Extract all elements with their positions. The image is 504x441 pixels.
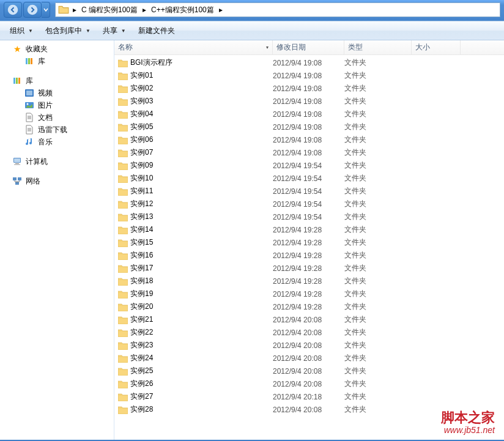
folder-icon	[118, 59, 128, 67]
sidebar-label: 文档	[38, 113, 53, 123]
forward-button[interactable]	[23, 2, 42, 18]
file-row[interactable]: 实例212012/9/4 20:08文件夹	[114, 313, 504, 326]
file-row[interactable]: 实例122012/9/4 19:54文件夹	[114, 198, 504, 210]
file-name: 实例24	[130, 353, 153, 363]
file-row[interactable]: 实例142012/9/4 19:28文件夹	[114, 223, 504, 236]
sidebar-item-video[interactable]: 视频	[0, 87, 114, 99]
breadcrumb-chevron[interactable]: ▸	[217, 6, 225, 14]
sidebar-item-documents[interactable]: 文档	[0, 111, 114, 124]
new-folder-button[interactable]: 新建文件夹	[133, 23, 180, 39]
file-type-cell: 文件夹	[344, 327, 412, 338]
file-row[interactable]: 实例282012/9/4 20:08文件夹	[114, 403, 504, 416]
sidebar-item-thunder[interactable]: 迅雷下载	[0, 124, 114, 136]
file-name-cell: 实例19	[118, 289, 273, 299]
address-bar[interactable]: ▸ C 编程实例100篇 ▸ C++编程实例100篇 ▸	[55, 2, 500, 17]
sidebar-item-library[interactable]: 库	[0, 75, 114, 87]
sidebar-label: 收藏夹	[26, 44, 48, 54]
folder-icon	[118, 380, 128, 388]
column-header-size[interactable]: 大小	[412, 40, 461, 54]
file-name: 实例20	[130, 302, 153, 312]
file-row[interactable]: 实例252012/9/4 20:08文件夹	[114, 365, 504, 377]
file-row[interactable]: 实例182012/9/4 19:28文件夹	[114, 275, 504, 287]
file-row[interactable]: 实例062012/9/4 19:08文件夹	[114, 133, 504, 146]
breadcrumb-chevron[interactable]: ▸	[140, 6, 149, 14]
file-row[interactable]: 实例112012/9/4 19:54文件夹	[114, 185, 504, 198]
file-row[interactable]: 实例152012/9/4 19:28文件夹	[114, 236, 504, 249]
file-date-cell: 2012/9/4 19:08	[273, 59, 344, 67]
file-row[interactable]: 实例242012/9/4 20:08文件夹	[114, 352, 504, 365]
include-in-library-button[interactable]: 包含到库中▼	[40, 23, 95, 39]
file-date-cell: 2012/9/4 20:08	[273, 354, 344, 363]
file-row[interactable]: 实例072012/9/4 19:08文件夹	[114, 146, 504, 159]
file-date-cell: 2012/9/4 20:08	[273, 367, 344, 376]
file-type-cell: 文件夹	[344, 391, 412, 402]
nav-history-dropdown[interactable]	[42, 2, 50, 18]
file-row[interactable]: 实例032012/9/4 19:08文件夹	[114, 95, 504, 108]
file-list[interactable]: BGI演示程序2012/9/4 19:08文件夹实例012012/9/4 19:…	[114, 55, 504, 440]
back-button[interactable]	[4, 2, 22, 18]
column-headers: 名称▾ 修改日期 类型 大小	[114, 40, 504, 55]
file-date-cell: 2012/9/4 20:08	[273, 316, 344, 324]
file-row[interactable]: 实例192012/9/4 19:28文件夹	[114, 287, 504, 300]
svg-rect-9	[26, 91, 32, 95]
file-row[interactable]: 实例202012/9/4 19:28文件夹	[114, 300, 504, 313]
file-row[interactable]: 实例012012/9/4 19:08文件夹	[114, 69, 504, 82]
sidebar-item-network[interactable]: 网络	[0, 175, 114, 187]
folder-icon	[118, 393, 128, 401]
file-type-cell: 文件夹	[344, 83, 412, 94]
sidebar-label: 库	[38, 56, 45, 67]
file-name: 实例07	[130, 147, 153, 158]
file-row[interactable]: 实例272012/9/4 20:18文件夹	[114, 390, 504, 403]
library-icon	[12, 76, 22, 86]
file-name-cell: 实例28	[118, 404, 273, 415]
file-row[interactable]: 实例022012/9/4 19:08文件夹	[114, 82, 504, 95]
file-name: 实例14	[130, 224, 153, 235]
share-label: 共享	[103, 26, 117, 36]
file-row[interactable]: 实例232012/9/4 20:08文件夹	[114, 339, 504, 352]
sidebar-item-music[interactable]: 音乐	[0, 136, 114, 148]
file-row[interactable]: 实例162012/9/4 19:28文件夹	[114, 249, 504, 262]
svg-rect-4	[31, 58, 32, 64]
column-header-date[interactable]: 修改日期	[273, 40, 344, 54]
file-row[interactable]: BGI演示程序2012/9/4 19:08文件夹	[114, 56, 504, 69]
breadcrumb-segment[interactable]: C 编程实例100篇	[79, 5, 140, 15]
newfolder-label: 新建文件夹	[138, 26, 175, 36]
file-name-cell: 实例02	[118, 83, 273, 94]
breadcrumb-segment[interactable]: C++编程实例100篇	[149, 5, 217, 15]
file-row[interactable]: 实例132012/9/4 19:54文件夹	[114, 210, 504, 223]
file-date-cell: 2012/9/4 19:54	[273, 174, 344, 183]
svg-point-1	[28, 5, 38, 15]
file-row[interactable]: 实例172012/9/4 19:28文件夹	[114, 262, 504, 275]
file-name-cell: 实例27	[118, 391, 273, 402]
folder-icon	[118, 303, 128, 311]
arrow-left-icon	[7, 4, 18, 15]
sidebar-item-pictures[interactable]: 图片	[0, 99, 114, 111]
organize-button[interactable]: 组织▼	[5, 23, 38, 39]
file-name-cell: 实例05	[118, 122, 273, 132]
sidebar-item-computer[interactable]: 计算机	[0, 155, 114, 168]
file-date-cell: 2012/9/4 20:18	[273, 393, 344, 401]
column-header-type[interactable]: 类型	[344, 40, 412, 54]
file-row[interactable]: 实例052012/9/4 19:08文件夹	[114, 120, 504, 133]
file-row[interactable]: 实例262012/9/4 20:08文件夹	[114, 377, 504, 390]
file-row[interactable]: 实例092012/9/4 19:54文件夹	[114, 159, 504, 172]
computer-icon	[12, 157, 22, 166]
sidebar-item-library-shortcut[interactable]: 库	[0, 55, 114, 67]
file-name: 实例27	[130, 391, 153, 402]
file-type-cell: 文件夹	[344, 340, 412, 350]
column-header-name[interactable]: 名称▾	[114, 40, 273, 54]
file-type-cell: 文件夹	[344, 160, 412, 171]
file-date-cell: 2012/9/4 19:28	[273, 239, 344, 247]
folder-icon	[118, 123, 128, 132]
folder-icon	[118, 251, 128, 260]
file-row[interactable]: 实例102012/9/4 19:54文件夹	[114, 172, 504, 185]
sidebar-item-favorites[interactable]: ★ 收藏夹	[0, 43, 114, 55]
file-type-cell: 文件夹	[344, 122, 412, 132]
breadcrumb-chevron[interactable]: ▸	[70, 6, 79, 14]
file-name-cell: 实例15	[118, 237, 273, 248]
file-name-cell: 实例01	[118, 70, 273, 81]
file-row[interactable]: 实例042012/9/4 19:08文件夹	[114, 108, 504, 120]
file-name-cell: 实例24	[118, 353, 273, 363]
share-button[interactable]: 共享▼	[98, 23, 131, 39]
file-row[interactable]: 实例222012/9/4 20:08文件夹	[114, 326, 504, 339]
